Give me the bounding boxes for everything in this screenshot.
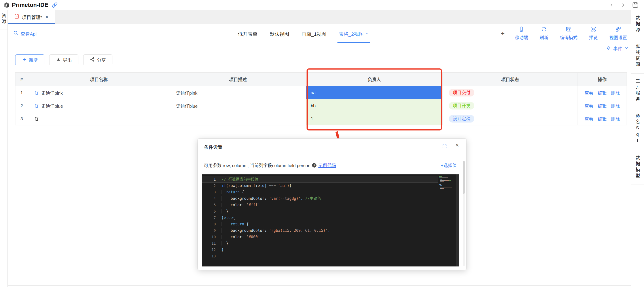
line-content: // 行数据当前字段值 <box>216 176 258 182</box>
导出-button[interactable]: 导出 <box>49 54 78 65</box>
vest-icon <box>34 116 39 121</box>
view-tab-默认视图[interactable]: 默认视图 <box>270 24 289 43</box>
tool-视图设置[interactable]: 视图设置 <box>609 26 627 40</box>
left-rail-resources[interactable]: 资源 <box>1 13 7 25</box>
table-view-content: 新增导出分享 #项目名称项目描述负责人项目状态操作 1史迪仔pink史迪仔pin… <box>8 54 631 126</box>
status-badge: 项目开发 <box>449 102 474 110</box>
project-name: 史迪仔pink <box>41 90 63 96</box>
project-desc-cell: 史迪仔pink <box>170 86 306 99</box>
expand-icon[interactable] <box>442 144 447 149</box>
action-link-删除[interactable]: 删除 <box>611 116 620 122</box>
right-rail-item-命名Sql[interactable]: 命名Sql <box>631 108 644 150</box>
sample-code-link[interactable]: 示例代码 <box>318 162 336 168</box>
param-text: 可用参数:row, column ; 当前列字段column.field:per… <box>204 162 310 168</box>
tool-label: 编码模式 <box>560 34 578 40</box>
add-view-button[interactable]: + <box>501 24 505 43</box>
view-tab-label: 画廊_1视图 <box>302 30 326 37</box>
action-link-编辑[interactable]: 编辑 <box>598 116 607 122</box>
editor-minimap[interactable] <box>438 174 456 197</box>
column-header-项目名称: 项目名称 <box>28 73 170 86</box>
left-rail: 资源 <box>0 10 8 287</box>
toolbar-tools: 移动端刷新编码模式预览视图设置 <box>515 24 627 43</box>
save-icon[interactable] <box>632 2 639 8</box>
project-name-cell: 史迪仔pink <box>28 86 170 99</box>
caret-down-icon <box>365 31 368 36</box>
button-label: 导出 <box>63 57 72 63</box>
rail-item-label: 离线资源 <box>634 44 641 68</box>
param-row: 可用参数:row, column ; 当前列字段column.field:per… <box>204 162 457 168</box>
code-line-4: 4 backgroundColor: 'var(--tagBg)', //主题色 <box>202 196 459 202</box>
view-tab-表格_2视图[interactable]: 表格_2视图 <box>339 24 368 43</box>
line-number: 12 <box>202 246 216 253</box>
tool-label: 预览 <box>589 34 598 40</box>
link-icon[interactable] <box>52 2 58 8</box>
column-header-#: # <box>16 73 28 86</box>
row-index-cell: 1 <box>16 86 28 99</box>
row-index-cell: 3 <box>16 112 28 126</box>
nav-forward-icon[interactable] <box>620 3 626 8</box>
line-content: backgroundColor: 'var(--tagBg)', //主题色 <box>216 196 321 202</box>
refresh-icon <box>541 26 547 33</box>
right-rail-item-数据模型[interactable]: 数据模型 <box>631 150 644 185</box>
tool-编码模式[interactable]: 编码模式 <box>560 26 578 40</box>
right-rail-item-三方服务[interactable]: 三方服务 <box>631 74 644 108</box>
line-content: }else{ <box>216 214 235 221</box>
view-tab-低开表单[interactable]: 低开表单 <box>238 24 257 43</box>
tab-close-icon[interactable]: × <box>45 14 48 20</box>
right-rail-item-数据源[interactable]: 数据源 <box>631 10 644 39</box>
line-number: 11 <box>202 240 216 246</box>
分享-button[interactable]: 分享 <box>83 54 112 65</box>
button-label: 新增 <box>29 57 38 63</box>
button-label: 分享 <box>97 57 106 63</box>
events-label[interactable]: 事件 <box>613 45 622 52</box>
action-link-查看[interactable]: 查看 <box>584 103 594 109</box>
line-number: 10 <box>202 234 216 240</box>
project-status-cell: 项目交付 <box>442 86 578 99</box>
nav-back-icon[interactable] <box>609 3 614 8</box>
table-row: 1史迪仔pink史迪仔pinkaa项目交付查看编辑删除 <box>16 86 627 99</box>
table-row: 2史迪仔blue史迪仔bluebb项目开发查看编辑删除 <box>16 99 627 112</box>
tool-预览[interactable]: 预览 <box>589 26 598 40</box>
line-number: 9 <box>202 228 216 234</box>
新增-button[interactable]: 新增 <box>15 54 44 65</box>
action-link-删除[interactable]: 删除 <box>611 90 620 96</box>
action-link-查看[interactable]: 查看 <box>584 90 594 96</box>
view-api-label: 查看Api <box>20 30 36 37</box>
code-line-2: 2if(row[column.field] === 'aa'){ <box>202 182 459 189</box>
view-tab-label: 默认视图 <box>270 30 289 37</box>
action-link-编辑[interactable]: 编辑 <box>598 90 607 96</box>
document-tab-bar: 项目管理* × <box>8 10 631 24</box>
select-value-button[interactable]: +选择值 <box>441 162 457 168</box>
action-link-编辑[interactable]: 编辑 <box>598 103 607 109</box>
view-tab-画廊_1视图[interactable]: 画廊_1视图 <box>302 24 326 43</box>
dialog-scrollbar[interactable] <box>463 161 465 266</box>
action-links: 查看编辑删除 <box>578 116 626 122</box>
app-logo-icon <box>4 2 10 8</box>
line-content: return { <box>216 221 249 228</box>
owner-value: 1 <box>306 112 442 125</box>
download-icon <box>56 57 61 63</box>
tab-project-management[interactable]: 项目管理* × <box>8 10 55 24</box>
view-tab-label: 低开表单 <box>238 30 257 37</box>
project-desc-cell <box>170 112 306 126</box>
line-number: 3 <box>202 189 216 196</box>
code-line-1: 1// 行数据当前字段值 <box>202 176 459 182</box>
share-icon <box>90 57 95 63</box>
tool-移动端[interactable]: 移动端 <box>515 26 528 40</box>
view-api-link[interactable]: 查看Api <box>13 24 108 43</box>
line-number: 8 <box>202 221 216 228</box>
owner-cell: aa <box>306 86 442 99</box>
right-rail-item-离线资源[interactable]: 离线资源 <box>631 39 644 74</box>
close-icon[interactable]: × <box>456 142 459 148</box>
action-link-删除[interactable]: 删除 <box>611 103 620 109</box>
info-icon[interactable]: i <box>312 163 316 168</box>
tool-刷新[interactable]: 刷新 <box>540 26 548 40</box>
code-editor[interactable]: 1// 行数据当前字段值2if(row[column.field] === 'a… <box>202 174 459 266</box>
code-line-10: 10 color: '#000' <box>202 234 459 240</box>
editor-scrollbar[interactable] <box>456 174 459 266</box>
bell-icon <box>606 46 611 52</box>
action-link-查看[interactable]: 查看 <box>584 116 594 122</box>
chevron-down-icon[interactable] <box>624 46 629 51</box>
code-line-8: 8 return { <box>202 221 459 228</box>
column-header-项目描述: 项目描述 <box>170 73 306 86</box>
